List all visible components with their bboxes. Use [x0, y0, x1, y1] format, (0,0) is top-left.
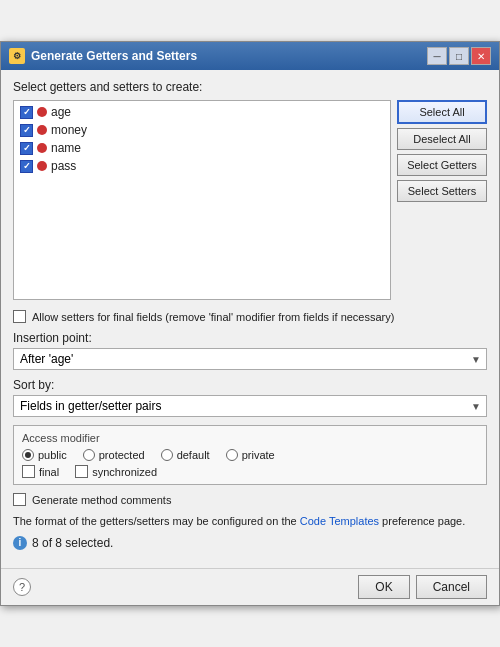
radio-public[interactable]	[22, 449, 34, 461]
insertion-point-label: Insertion point:	[13, 331, 487, 345]
allow-setters-label: Allow setters for final fields (remove '…	[32, 311, 394, 323]
synchronized-checkbox[interactable]	[75, 465, 88, 478]
minimize-button[interactable]: ─	[427, 47, 447, 65]
radio-item-private[interactable]: private	[226, 449, 275, 461]
synchronized-item[interactable]: synchronized	[75, 465, 157, 478]
field-checkbox-pass[interactable]	[20, 160, 33, 173]
radio-label-public: public	[38, 449, 67, 461]
window-content: Select getters and setters to create: ag…	[1, 70, 499, 567]
title-bar: ⚙ Generate Getters and Setters ─ □ ✕	[1, 42, 499, 70]
final-item[interactable]: final	[22, 465, 59, 478]
synchronized-label: synchronized	[92, 466, 157, 478]
insertion-point-select[interactable]: After 'age'	[13, 348, 487, 370]
field-checkbox-money[interactable]	[20, 124, 33, 137]
radio-item-protected[interactable]: protected	[83, 449, 145, 461]
cancel-button[interactable]: Cancel	[416, 575, 487, 599]
bottom-bar: ? OK Cancel	[1, 568, 499, 605]
window-title: Generate Getters and Setters	[31, 49, 197, 63]
fields-list[interactable]: age money name pass	[13, 100, 391, 300]
radio-private[interactable]	[226, 449, 238, 461]
info-text-before: The format of the getters/setters may be…	[13, 515, 300, 527]
maximize-button[interactable]: □	[449, 47, 469, 65]
list-item[interactable]: age	[16, 103, 388, 121]
sort-by-container: Fields in getter/setter pairs ▼	[13, 395, 487, 417]
buttons-panel: Select All Deselect All Select Getters S…	[397, 100, 487, 300]
status-text: 8 of 8 selected.	[32, 536, 113, 550]
type-icon-age	[37, 107, 47, 117]
type-icon-pass	[37, 161, 47, 171]
field-name-pass: pass	[51, 159, 76, 173]
allow-setters-row: Allow setters for final fields (remove '…	[13, 310, 487, 323]
type-icon-money	[37, 125, 47, 135]
generate-comments-label: Generate method comments	[32, 494, 171, 506]
list-item[interactable]: name	[16, 139, 388, 157]
fields-area: age money name pass	[13, 100, 487, 300]
radio-label-protected: protected	[99, 449, 145, 461]
checkbox-row2: final synchronized	[22, 465, 478, 478]
deselect-all-button[interactable]: Deselect All	[397, 128, 487, 150]
radio-protected[interactable]	[83, 449, 95, 461]
generate-comments-row: Generate method comments	[13, 493, 487, 506]
field-checkbox-age[interactable]	[20, 106, 33, 119]
code-templates-link[interactable]: Code Templates	[300, 515, 379, 527]
field-checkbox-name[interactable]	[20, 142, 33, 155]
help-icon[interactable]: ?	[13, 578, 31, 596]
radio-label-private: private	[242, 449, 275, 461]
ok-button[interactable]: OK	[358, 575, 409, 599]
access-modifier-box: Access modifier public protected d	[13, 425, 487, 485]
close-button[interactable]: ✕	[471, 47, 491, 65]
list-item[interactable]: pass	[16, 157, 388, 175]
section-label: Select getters and setters to create:	[13, 80, 487, 94]
radio-inner-public	[25, 452, 31, 458]
window-icon: ⚙	[9, 48, 25, 64]
final-label: final	[39, 466, 59, 478]
radio-row: public protected default private	[22, 449, 478, 461]
main-window: ⚙ Generate Getters and Setters ─ □ ✕ Sel…	[0, 41, 500, 605]
radio-default[interactable]	[161, 449, 173, 461]
radio-label-default: default	[177, 449, 210, 461]
select-all-button[interactable]: Select All	[397, 100, 487, 124]
bottom-buttons: OK Cancel	[358, 575, 487, 599]
access-modifier-title: Access modifier	[22, 432, 478, 444]
select-getters-button[interactable]: Select Getters	[397, 154, 487, 176]
title-bar-controls: ─ □ ✕	[427, 47, 491, 65]
status-row: i 8 of 8 selected.	[13, 536, 487, 550]
list-item[interactable]: money	[16, 121, 388, 139]
final-checkbox[interactable]	[22, 465, 35, 478]
title-bar-left: ⚙ Generate Getters and Setters	[9, 48, 197, 64]
info-text-after: preference page.	[379, 515, 465, 527]
field-name-age: age	[51, 105, 71, 119]
info-icon: i	[13, 536, 27, 550]
generate-comments-checkbox[interactable]	[13, 493, 26, 506]
sort-by-label: Sort by:	[13, 378, 487, 392]
select-setters-button[interactable]: Select Setters	[397, 180, 487, 202]
field-name-money: money	[51, 123, 87, 137]
sort-by-select[interactable]: Fields in getter/setter pairs	[13, 395, 487, 417]
info-text: The format of the getters/setters may be…	[13, 514, 487, 529]
field-name-name: name	[51, 141, 81, 155]
type-icon-name	[37, 143, 47, 153]
radio-item-default[interactable]: default	[161, 449, 210, 461]
radio-item-public[interactable]: public	[22, 449, 67, 461]
insertion-point-container: After 'age' ▼	[13, 348, 487, 370]
allow-setters-checkbox[interactable]	[13, 310, 26, 323]
